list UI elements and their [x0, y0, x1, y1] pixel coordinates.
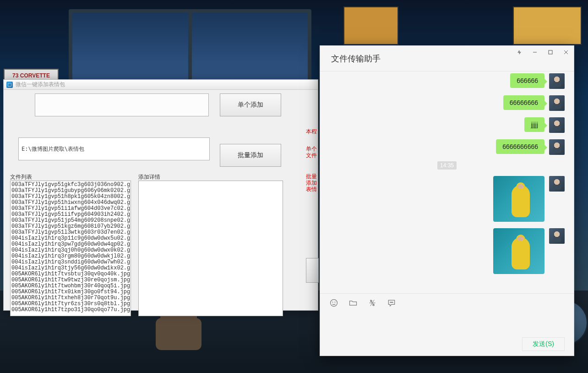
add-details-label: 添加详情	[138, 173, 160, 181]
svg-point-4	[335, 302, 335, 302]
note-text: 单个文件	[306, 146, 317, 159]
message-bubble[interactable]: 666666	[510, 73, 544, 88]
avatar[interactable]	[549, 117, 565, 133]
svg-point-3	[332, 302, 333, 302]
wechat-input-toolbar	[320, 293, 574, 312]
file-list-label: 文件列表	[10, 173, 32, 181]
avatar[interactable]	[549, 228, 565, 244]
batch-path-input[interactable]: E:\微博图片爬取\表情包	[18, 137, 210, 160]
svg-point-8	[391, 302, 392, 302]
note-text: 本程	[306, 128, 317, 135]
svg-point-7	[390, 302, 391, 302]
single-path-input[interactable]	[35, 93, 209, 116]
message-row: 6666666666	[329, 139, 565, 155]
bg-poster	[513, 6, 582, 45]
avatar[interactable]	[549, 176, 565, 192]
message-row: 66666666	[329, 95, 565, 111]
svg-point-9	[392, 302, 393, 302]
message-timestamp: 14:35	[437, 161, 457, 170]
single-add-button[interactable]: 单个添加	[220, 93, 281, 116]
message-image[interactable]	[493, 228, 544, 274]
message-row	[329, 228, 565, 274]
bg-poster	[343, 6, 398, 45]
screenshot-icon[interactable]	[368, 298, 377, 307]
emoji-adder-window: 微信一键添加表情包 单个添加 E:\微博图片爬取\表情包 批量添加 文件列表 添…	[3, 79, 318, 311]
message-image[interactable]	[493, 176, 544, 222]
pin-button[interactable]	[512, 46, 527, 59]
wechat-input-area[interactable]: 发送(S)	[320, 312, 574, 356]
wechat-header[interactable]: 文件传输助手	[320, 46, 574, 71]
note-text: 批量添加表情	[306, 173, 317, 192]
add-details-box[interactable]	[138, 181, 283, 316]
file-list-box[interactable]: 003aTFYJly1gvp51gkfc3g603j036no902.gif 0…	[10, 181, 131, 316]
emoji-icon[interactable]	[329, 298, 338, 307]
app-icon	[6, 82, 13, 88]
message-bubble[interactable]: 66666666	[503, 95, 544, 110]
titlebar[interactable]: 微信一键添加表情包	[4, 80, 318, 90]
svg-point-2	[331, 299, 338, 306]
folder-icon[interactable]	[348, 298, 358, 307]
partial-button[interactable]	[306, 258, 319, 283]
wechat-chat-title: 文件传输助手	[331, 53, 381, 64]
batch-add-button[interactable]: 批量添加	[220, 144, 281, 167]
wechat-message-area[interactable]: 66666666666666jjjjj666666666614:35	[320, 71, 574, 293]
avatar[interactable]	[549, 139, 565, 155]
message-row: 666666	[329, 73, 565, 89]
chat-history-icon[interactable]	[387, 298, 396, 307]
minimize-button[interactable]	[527, 46, 543, 59]
message-bubble[interactable]: 6666666666	[496, 139, 544, 154]
close-button[interactable]	[558, 46, 574, 59]
wechat-window: 文件传输助手 66666666666666jjjjj666666666614:3…	[320, 45, 574, 356]
message-row	[329, 176, 565, 222]
send-button[interactable]: 发送(S)	[522, 337, 565, 351]
svg-rect-1	[549, 50, 552, 54]
window-title: 微信一键添加表情包	[16, 81, 65, 88]
message-row: jjjjj	[329, 117, 565, 133]
maximize-button[interactable]	[543, 46, 558, 59]
message-bubble[interactable]: jjjjj	[524, 117, 544, 132]
avatar[interactable]	[549, 73, 565, 89]
avatar[interactable]	[549, 95, 565, 111]
